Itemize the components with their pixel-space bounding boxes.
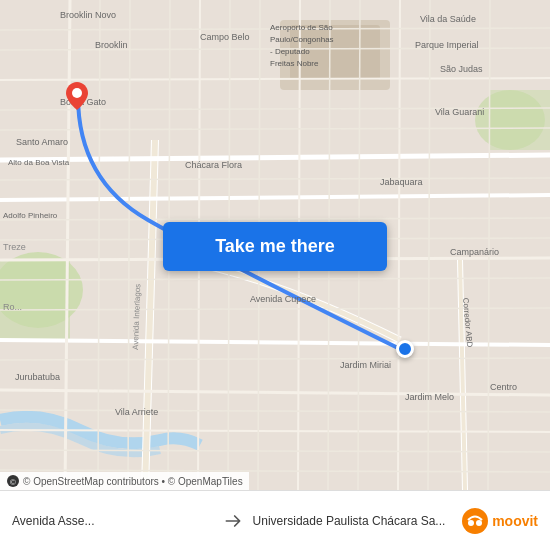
svg-text:Jardim Miriai: Jardim Miriai [340, 360, 391, 370]
svg-point-35 [72, 88, 82, 98]
moovit-logo: moovit [461, 507, 538, 535]
destination-marker [396, 340, 414, 358]
svg-text:Jabaquara: Jabaquara [380, 177, 423, 187]
map-container: Brooklin Novo Brooklin Campo Belo Aeropo… [0, 0, 550, 490]
svg-text:São Judas: São Judas [440, 64, 483, 74]
svg-text:Brooklin: Brooklin [95, 40, 128, 50]
svg-text:Centro: Centro [490, 382, 517, 392]
svg-text:Campo Belo: Campo Belo [200, 32, 250, 42]
svg-text:©: © [10, 478, 16, 487]
svg-text:Vila Guarani: Vila Guarani [435, 107, 484, 117]
svg-text:Jurubatuba: Jurubatuba [15, 372, 60, 382]
svg-text:Avenida Cupece: Avenida Cupece [250, 294, 316, 304]
svg-rect-2 [0, 260, 70, 340]
svg-text:Jardim Melo: Jardim Melo [405, 392, 454, 402]
moovit-brand-label: moovit [492, 513, 538, 529]
svg-text:- Deputado: - Deputado [270, 47, 310, 56]
svg-point-38 [462, 508, 488, 534]
svg-point-39 [468, 520, 474, 526]
take-me-there-button[interactable]: Take me there [163, 222, 387, 271]
svg-text:Treze: Treze [3, 242, 26, 252]
svg-point-40 [476, 520, 482, 526]
svg-text:Santo Amaro: Santo Amaro [16, 137, 68, 147]
bottom-bar: Avenida Asse... Universidade Paulista Ch… [0, 490, 550, 550]
svg-text:Vila Arriete: Vila Arriete [115, 407, 158, 417]
svg-text:Adolfo Pinheiro: Adolfo Pinheiro [3, 211, 58, 220]
svg-text:Alto da Boa Vista: Alto da Boa Vista [8, 158, 70, 167]
svg-text:Chácara Flora: Chácara Flora [185, 160, 242, 170]
route-from-label: Avenida Asse... [12, 514, 213, 528]
route-arrow-icon [221, 509, 245, 533]
svg-rect-4 [490, 90, 550, 150]
map-attribution: © © OpenStreetMap contributors • © OpenM… [0, 472, 249, 490]
svg-text:Vila da Saúde: Vila da Saúde [420, 14, 476, 24]
origin-marker [66, 82, 88, 110]
svg-text:Ro...: Ro... [3, 302, 22, 312]
svg-text:Paulo/Congonhas: Paulo/Congonhas [270, 35, 334, 44]
svg-text:Aeroporto de São: Aeroporto de São [270, 23, 333, 32]
svg-text:Freitas Nobre: Freitas Nobre [270, 59, 319, 68]
svg-text:Campanário: Campanário [450, 247, 499, 257]
route-to-label: Universidade Paulista Chácara Sa... [253, 514, 454, 528]
svg-text:Brooklin Novo: Brooklin Novo [60, 10, 116, 20]
svg-text:Parque Imperial: Parque Imperial [415, 40, 479, 50]
